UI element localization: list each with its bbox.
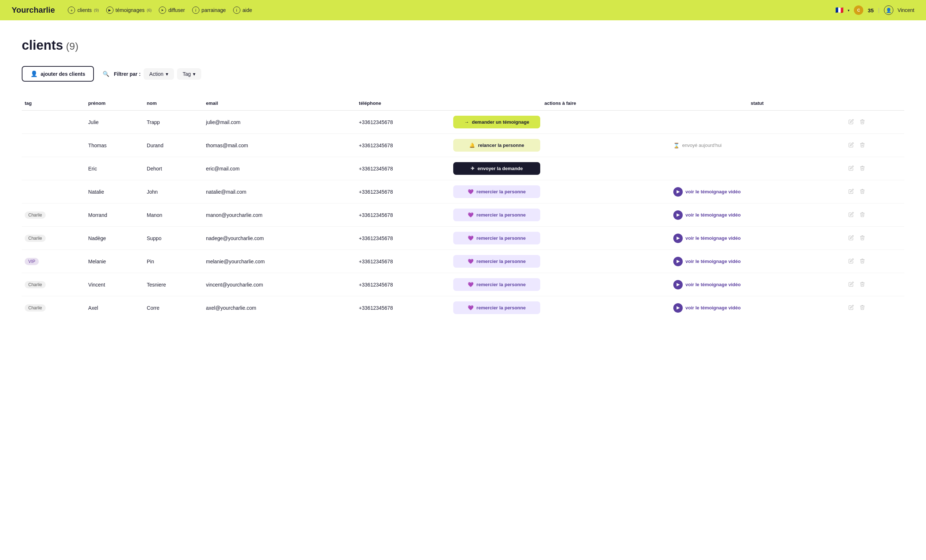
cell-tag (22, 134, 85, 157)
action-dropdown[interactable]: Action ▾ (144, 68, 174, 80)
delete-button[interactable] (858, 118, 867, 127)
edit-button[interactable] (847, 257, 855, 266)
aide-icon: i (233, 6, 241, 14)
action-icon: 💜 (468, 282, 474, 287)
table-row: ThomasDurandthomas@mail.com+33612345678🔔… (22, 134, 904, 157)
cell-email: manon@yourcharlie.com (203, 203, 356, 227)
add-clients-button[interactable]: 👤 ajouter des clients (22, 66, 94, 82)
action-button-0[interactable]: →demander un témoignage (453, 116, 540, 129)
edit-button[interactable] (847, 233, 855, 243)
nav-item-diffuser[interactable]: ➤ diffuser (159, 6, 185, 14)
action-button-5[interactable]: 💜remercier la personne (453, 232, 540, 244)
cell-tag (22, 110, 85, 134)
cell-prenom: Nadège (85, 227, 144, 250)
tag-dropdown[interactable]: Tag ▾ (177, 68, 201, 80)
video-label: voir le témoignage vidéo (685, 235, 741, 241)
cell-action: ✈envoyer la demande (450, 157, 670, 180)
main-content: clients(9) 👤 ajouter des clients 🔍 Filtr… (0, 20, 926, 337)
edit-button[interactable] (847, 141, 855, 150)
video-button[interactable]: ▶voir le témoignage vidéo (673, 210, 841, 220)
delete-button[interactable] (858, 210, 867, 220)
cell-telephone: +33612345678 (356, 296, 450, 319)
video-button[interactable]: ▶voir le témoignage vidéo (673, 303, 841, 313)
delete-button[interactable] (858, 303, 867, 313)
action-button-8[interactable]: 💜remercier la personne (453, 301, 540, 314)
action-button-7[interactable]: 💜remercier la personne (453, 278, 540, 291)
action-button-6[interactable]: 💜remercier la personne (453, 255, 540, 268)
action-icon: 🔔 (469, 142, 475, 148)
diffuser-label: diffuser (168, 7, 185, 13)
video-button[interactable]: ▶voir le témoignage vidéo (673, 257, 841, 266)
action-button-4[interactable]: 💜remercier la personne (453, 209, 540, 221)
action-label: envoyer la demande (478, 166, 523, 171)
language-flag[interactable]: 🇫🇷 (835, 6, 843, 14)
action-button-1[interactable]: 🔔relancer la personne (453, 139, 540, 151)
cell-row-actions (844, 227, 904, 250)
edit-button[interactable] (847, 164, 855, 173)
delete-button[interactable] (858, 257, 867, 266)
cell-telephone: +33612345678 (356, 203, 450, 227)
user-name[interactable]: Vincent (898, 7, 914, 13)
cell-nom: Tesniere (144, 273, 203, 296)
cell-action: 💜remercier la personne (450, 227, 670, 250)
cell-action: 💜remercier la personne (450, 203, 670, 227)
video-button[interactable]: ▶voir le témoignage vidéo (673, 187, 841, 197)
video-button[interactable]: ▶voir le témoignage vidéo (673, 280, 841, 289)
row-actions (847, 118, 901, 127)
edit-button[interactable] (847, 280, 855, 289)
edit-button[interactable] (847, 210, 855, 220)
cell-row-actions (844, 180, 904, 203)
cell-statut: ▶voir le témoignage vidéo (670, 296, 844, 319)
col-tag: tag (22, 96, 85, 110)
delete-button[interactable] (858, 164, 867, 173)
edit-button[interactable] (847, 303, 855, 313)
logo-bold: charlie (29, 5, 55, 15)
cell-email: thomas@mail.com (203, 134, 356, 157)
cell-prenom: Melanie (85, 250, 144, 273)
edit-button[interactable] (847, 118, 855, 127)
nav-item-aide[interactable]: i aide (233, 6, 252, 14)
cell-email: nadege@yourcharlie.com (203, 227, 356, 250)
filter-by-label: Filtrer par : (114, 71, 141, 77)
video-label: voir le témoignage vidéo (685, 305, 741, 310)
action-icon: 💜 (468, 189, 474, 194)
col-actions: actions à faire (450, 96, 670, 110)
language-chevron: ▾ (848, 8, 849, 12)
cell-nom: Trapp (144, 110, 203, 134)
action-button-2[interactable]: ✈envoyer la demande (453, 162, 540, 175)
cell-telephone: +33612345678 (356, 134, 450, 157)
edit-button[interactable] (847, 187, 855, 197)
action-button-3[interactable]: 💜remercier la personne (453, 185, 540, 198)
page-title: clients(9) (22, 38, 904, 53)
table-row: EricDehorteric@mail.com+33612345678✈envo… (22, 157, 904, 180)
delete-button[interactable] (858, 187, 867, 197)
cell-statut: ▶voir le témoignage vidéo (670, 273, 844, 296)
delete-button[interactable] (858, 280, 867, 289)
cell-statut: ▶voir le témoignage vidéo (670, 203, 844, 227)
cell-prenom: Thomas (85, 134, 144, 157)
diffuser-icon: ➤ (159, 6, 166, 14)
table-row: VIPMelaniePinmelanie@yourcharlie.com+336… (22, 250, 904, 273)
action-label: remercier la personne (477, 259, 526, 264)
nav-item-clients[interactable]: ＋ clients (9) (68, 6, 98, 14)
nav-item-temoignages[interactable]: ▶ témoignages (6) (106, 6, 152, 14)
row-actions (847, 210, 901, 220)
video-label: voir le témoignage vidéo (685, 259, 741, 264)
statut-icon: ⌛ (673, 142, 679, 148)
video-button[interactable]: ▶voir le témoignage vidéo (673, 233, 841, 243)
cell-action: 💜remercier la personne (450, 273, 670, 296)
cell-tag: Charlie (22, 227, 85, 250)
delete-button[interactable] (858, 233, 867, 243)
delete-button[interactable] (858, 141, 867, 150)
user-account-icon[interactable]: 👤 (884, 5, 893, 15)
cell-email: vincent@yourcharlie.com (203, 273, 356, 296)
tag-dropdown-label: Tag (183, 71, 191, 77)
aide-label: aide (242, 7, 252, 13)
col-row-actions (844, 96, 904, 110)
nav-item-parrainage[interactable]: i parrainage (192, 6, 226, 14)
video-label: voir le témoignage vidéo (685, 212, 741, 218)
clients-badge: (9) (94, 8, 98, 12)
table-row: NatalieJohnnatalie@mail.com+33612345678💜… (22, 180, 904, 203)
row-actions (847, 303, 901, 313)
logo[interactable]: Yourcharlie (12, 5, 55, 15)
